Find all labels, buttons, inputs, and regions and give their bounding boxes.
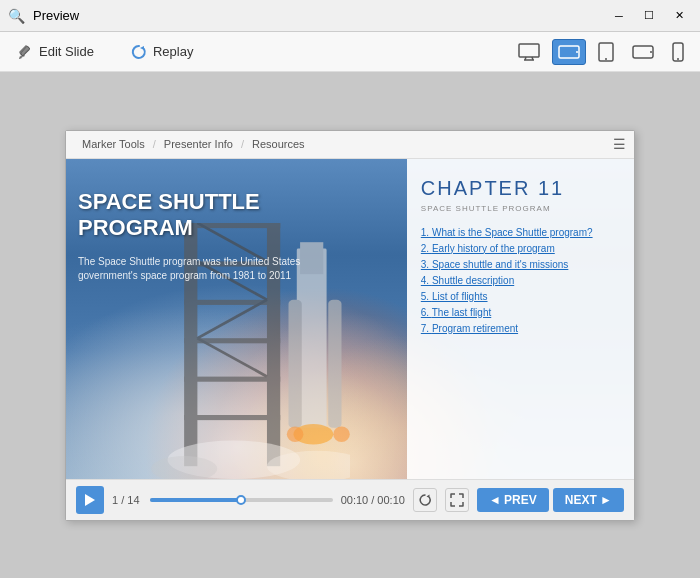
svg-rect-5: [519, 44, 539, 57]
progress-bar[interactable]: [150, 498, 333, 502]
slide-title: SPACE SHUTTLE PROGRAM: [78, 189, 317, 242]
toc-item-1[interactable]: 1. What is the Space Shuttle program?: [421, 227, 620, 238]
play-icon: [85, 494, 95, 506]
close-button[interactable]: ✕: [666, 6, 692, 26]
phone-portrait-icon: [672, 42, 684, 62]
play-button[interactable]: [76, 486, 104, 514]
desktop-device-button[interactable]: [512, 39, 546, 65]
svg-marker-39: [85, 494, 95, 506]
svg-point-35: [333, 426, 350, 441]
slide-right-panel: CHAPTER 11 SPACE SHUTTLE PROGRAM 1. What…: [407, 159, 634, 479]
pencil-icon: [18, 44, 34, 60]
svg-marker-4: [140, 46, 144, 50]
toc-text-2: Early history of the program: [432, 243, 555, 254]
toc-num-3: 3.: [421, 259, 432, 270]
window-title: Preview: [33, 8, 79, 23]
slide-area: SPACE SHUTTLE PROGRAM The Space Shuttle …: [66, 159, 634, 479]
phone-landscape-device-button[interactable]: [626, 41, 660, 63]
tab-resources[interactable]: Resources: [244, 138, 313, 150]
svg-line-27: [198, 299, 268, 337]
svg-point-10: [576, 51, 578, 53]
title-bar: 🔍 Preview ─ ☐ ✕: [0, 0, 700, 32]
minimize-button[interactable]: ─: [606, 6, 632, 26]
toc-item-6[interactable]: 6. The last flight: [421, 307, 620, 318]
tablet-portrait-icon: [598, 42, 614, 62]
edit-slide-button[interactable]: Edit Slide: [10, 40, 102, 64]
prev-button[interactable]: ◄ PREV: [477, 488, 549, 512]
toc-num-1: 1.: [421, 227, 432, 238]
svg-point-14: [650, 51, 652, 53]
toc-text-6: The last flight: [432, 307, 491, 318]
svg-point-12: [605, 58, 607, 60]
svg-rect-32: [328, 299, 341, 427]
toc-text-7: Program retirement: [432, 323, 518, 334]
slide-left-content: SPACE SHUTTLE PROGRAM The Space Shuttle …: [78, 189, 317, 284]
time-display: 00:10 / 00:10: [341, 494, 405, 506]
main-toolbar: Edit Slide Replay: [0, 32, 700, 72]
panel-tabs: Marker Tools / Presenter Info / Resource…: [66, 131, 634, 159]
preview-panel: Marker Tools / Presenter Info / Resource…: [65, 130, 635, 521]
main-content: Marker Tools / Presenter Info / Resource…: [0, 72, 700, 578]
fullscreen-button[interactable]: [445, 488, 469, 512]
toc-num-6: 6.: [421, 307, 432, 318]
svg-point-34: [287, 426, 304, 441]
chapter-subtitle: SPACE SHUTTLE PROGRAM: [421, 204, 620, 213]
svg-point-16: [677, 58, 679, 60]
tablet-landscape-icon: [558, 43, 580, 61]
tab-marker-tools[interactable]: Marker Tools: [74, 138, 153, 150]
toc-num-2: 2.: [421, 243, 432, 254]
toc-item-5[interactable]: 5. List of flights: [421, 291, 620, 302]
progress-fill: [150, 498, 241, 502]
slide-body-text: The Space Shuttle program was the United…: [78, 255, 317, 283]
device-toolbar: [512, 38, 690, 66]
toc-item-2[interactable]: 2. Early history of the program: [421, 243, 620, 254]
svg-rect-24: [184, 415, 280, 420]
maximize-button[interactable]: ☐: [636, 6, 662, 26]
refresh-icon: [418, 493, 432, 507]
phone-portrait-device-button[interactable]: [666, 38, 690, 66]
toc-list: 1. What is the Space Shuttle program? 2.…: [421, 227, 620, 334]
toc-item-7[interactable]: 7. Program retirement: [421, 323, 620, 334]
toc-num-5: 5.: [421, 291, 432, 302]
chapter-number: CHAPTER 11: [421, 177, 620, 200]
fullscreen-icon: [450, 493, 464, 507]
svg-line-28: [198, 338, 268, 376]
tablet-portrait-device-button[interactable]: [592, 38, 620, 66]
refresh-button[interactable]: [413, 488, 437, 512]
tab-presenter-info[interactable]: Presenter Info: [156, 138, 241, 150]
replay-icon: [130, 43, 148, 61]
window-icon: 🔍: [8, 8, 25, 24]
player-controls: 1 / 14 00:10 / 00:10: [66, 479, 634, 520]
toc-text-3: Space shuttle and it's missions: [432, 259, 568, 270]
edit-group: Edit Slide: [10, 40, 102, 64]
progress-container: [150, 498, 333, 502]
toc-num-7: 7.: [421, 323, 432, 334]
toc-text-4: Shuttle description: [432, 275, 514, 286]
window-controls: ─ ☐ ✕: [606, 6, 692, 26]
svg-marker-40: [426, 494, 429, 498]
tablet-landscape-device-button[interactable]: [552, 39, 586, 65]
replay-label: Replay: [153, 44, 193, 59]
panel-menu-icon[interactable]: ☰: [613, 136, 626, 152]
toc-text-1: What is the Space Shuttle program?: [432, 227, 593, 238]
toc-text-5: List of flights: [432, 291, 488, 302]
phone-landscape-icon: [632, 45, 654, 59]
next-button[interactable]: NEXT ►: [553, 488, 624, 512]
toc-item-3[interactable]: 3. Space shuttle and it's missions: [421, 259, 620, 270]
svg-rect-31: [289, 299, 302, 427]
toc-item-4[interactable]: 4. Shuttle description: [421, 275, 620, 286]
slide-counter: 1 / 14: [112, 494, 142, 506]
desktop-icon: [518, 43, 540, 61]
progress-handle[interactable]: [236, 495, 246, 505]
edit-slide-label: Edit Slide: [39, 44, 94, 59]
nav-buttons: ◄ PREV NEXT ►: [477, 488, 624, 512]
toc-num-4: 4.: [421, 275, 432, 286]
replay-button[interactable]: Replay: [122, 39, 201, 65]
